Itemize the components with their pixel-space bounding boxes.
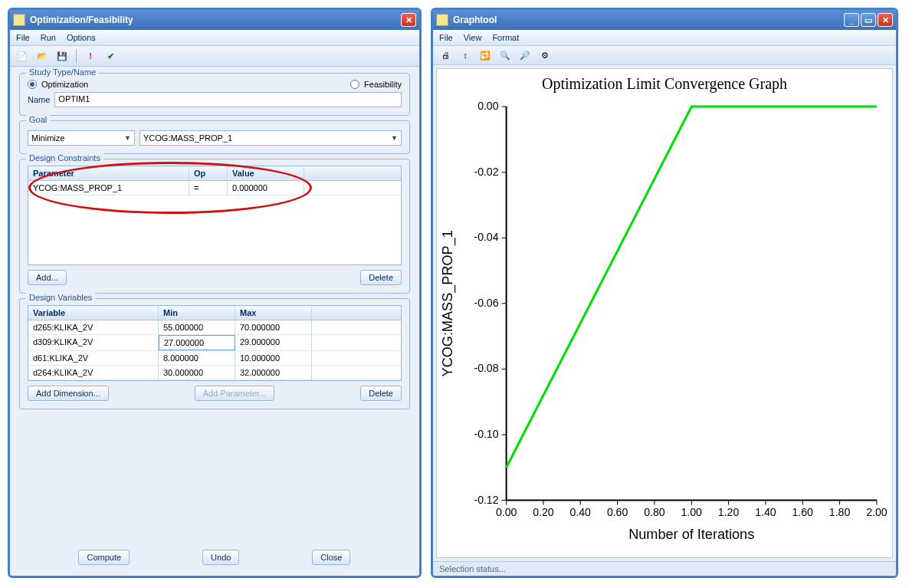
- svg-text:1.80: 1.80: [829, 506, 851, 518]
- variables-legend: Design Variables: [26, 293, 95, 302]
- close-button[interactable]: Close: [312, 550, 350, 565]
- zoom-in-icon[interactable]: 🔍: [499, 49, 511, 61]
- variable-row[interactable]: d264:KLIKA_2V 30.000000 32.000000: [28, 366, 401, 380]
- goal-fieldset: Goal Minimize▼ YCOG:MASS_PROP_1▼: [19, 120, 410, 154]
- svg-text:-0.08: -0.08: [474, 362, 498, 374]
- window-title: Graphtool: [453, 15, 842, 25]
- settings-icon[interactable]: ⚙: [539, 49, 551, 61]
- constraints-add-button[interactable]: Add...: [28, 270, 67, 285]
- svg-text:0.80: 0.80: [644, 506, 665, 518]
- variable-row[interactable]: d61:KLIKA_2V 8.000000 10.000000: [28, 351, 401, 366]
- study-legend: Study Type/Name: [26, 67, 99, 77]
- swap-icon[interactable]: ↕: [459, 49, 471, 61]
- constraints-legend: Design Constraints: [26, 153, 103, 163]
- radio-optimization[interactable]: Optimization: [28, 80, 88, 89]
- menu-run[interactable]: Run: [41, 33, 56, 42]
- svg-text:-0.10: -0.10: [474, 428, 498, 440]
- chart-body: 0.000.200.400.600.801.001.201.401.601.80…: [437, 96, 892, 557]
- radio-feasibility-label: Feasibility: [364, 80, 402, 89]
- status-bar: Selection status...: [433, 561, 896, 576]
- svg-text:YCOG:MASS_PROP_1: YCOG:MASS_PROP_1: [440, 230, 456, 376]
- close-icon[interactable]: ✕: [401, 13, 416, 27]
- zoom-fit-icon[interactable]: 🔎: [519, 49, 531, 61]
- print-icon[interactable]: 🖨: [439, 49, 451, 61]
- add-parameter-button[interactable]: Add Parameter...: [195, 386, 275, 401]
- svg-text:-0.04: -0.04: [474, 231, 498, 243]
- menubar: File View Format: [433, 30, 896, 46]
- col-variable: Variable: [28, 306, 159, 320]
- menu-file[interactable]: File: [16, 33, 30, 42]
- col-max: Max: [235, 306, 312, 320]
- app-icon: [436, 14, 448, 26]
- repeat-icon[interactable]: 🔁: [479, 49, 491, 61]
- constraints-table[interactable]: Parameter Op Value YCOG:MASS_PROP_1 = 0.…: [28, 166, 402, 265]
- svg-text:1.60: 1.60: [793, 506, 814, 518]
- save-icon[interactable]: 💾: [56, 50, 68, 62]
- variable-row[interactable]: d265:KLIKA_2V 55.000000 70.000000: [28, 320, 401, 335]
- svg-text:1.00: 1.00: [681, 506, 703, 518]
- new-icon[interactable]: 📄: [16, 50, 28, 62]
- alert-icon[interactable]: !: [84, 50, 97, 62]
- app-icon: [13, 14, 25, 26]
- goal-type-select[interactable]: Minimize▼: [28, 130, 135, 146]
- variable-row[interactable]: d309:KLIKA_2V 27.000000 29.000000: [28, 335, 401, 351]
- svg-text:1.20: 1.20: [718, 506, 740, 518]
- col-op: Op: [189, 166, 228, 180]
- close-icon[interactable]: ✕: [878, 13, 893, 27]
- menu-format[interactable]: Format: [492, 33, 519, 42]
- goal-param-select[interactable]: YCOG:MASS_PROP_1▼: [139, 130, 402, 146]
- menu-file[interactable]: File: [439, 33, 453, 42]
- col-parameter: Parameter: [28, 166, 189, 180]
- svg-text:0.20: 0.20: [533, 506, 554, 518]
- menubar: File Run Options: [10, 30, 419, 46]
- bottom-buttons: Compute Undo Close: [19, 545, 410, 570]
- maximize-icon[interactable]: ▭: [861, 13, 876, 27]
- name-label: Name: [28, 95, 50, 104]
- optimization-window: Optimization/Feasibility ✕ File Run Opti…: [8, 8, 422, 578]
- svg-text:0.00: 0.00: [496, 506, 517, 518]
- window-title: Optimization/Feasibility: [30, 15, 399, 25]
- col-min: Min: [159, 306, 235, 320]
- open-icon[interactable]: 📂: [36, 50, 48, 62]
- check-icon[interactable]: ✔: [104, 50, 116, 62]
- goal-legend: Goal: [26, 115, 50, 124]
- variables-delete-button[interactable]: Delete: [360, 386, 402, 401]
- constraints-fieldset: Design Constraints Parameter Op Value YC…: [19, 159, 410, 294]
- svg-text:2.00: 2.00: [866, 506, 888, 518]
- name-field[interactable]: OPTIM1: [54, 92, 402, 107]
- svg-text:0.60: 0.60: [607, 506, 628, 518]
- add-dimension-button[interactable]: Add Dimension...: [28, 386, 109, 401]
- svg-text:-0.02: -0.02: [474, 166, 498, 178]
- toolbar-sep: [76, 49, 77, 63]
- chart-area: Optimization Limit Convergence Graph 0.0…: [436, 68, 893, 558]
- variables-fieldset: Design Variables Variable Min Max d265:K…: [19, 298, 410, 409]
- svg-text:0.40: 0.40: [570, 506, 592, 518]
- svg-text:1.40: 1.40: [755, 506, 776, 518]
- svg-text:Number of Iterations: Number of Iterations: [628, 527, 754, 542]
- study-fieldset: Study Type/Name Optimization Feasibility…: [19, 73, 410, 116]
- titlebar: Graphtool _ ▭ ✕: [433, 10, 896, 30]
- constraint-row[interactable]: YCOG:MASS_PROP_1 = 0.000000: [28, 181, 401, 195]
- svg-text:0.00: 0.00: [477, 100, 499, 112]
- toolbar: 🖨 ↕ 🔁 🔍 🔎 ⚙: [433, 46, 896, 65]
- minimize-icon[interactable]: _: [844, 13, 859, 27]
- col-value: Value: [228, 166, 304, 180]
- titlebar: Optimization/Feasibility ✕: [10, 10, 419, 30]
- radio-feasibility[interactable]: Feasibility: [350, 80, 402, 89]
- variables-table[interactable]: Variable Min Max d265:KLIKA_2V 55.000000…: [28, 305, 402, 381]
- graphtool-window: Graphtool _ ▭ ✕ File View Format 🖨 ↕ 🔁 🔍…: [431, 8, 898, 578]
- chart-svg: 0.000.200.400.600.801.001.201.401.601.80…: [437, 96, 892, 557]
- content: Study Type/Name Optimization Feasibility…: [10, 67, 419, 576]
- menu-options[interactable]: Options: [67, 33, 96, 42]
- svg-text:-0.06: -0.06: [474, 297, 498, 309]
- constraints-delete-button[interactable]: Delete: [360, 270, 402, 285]
- toolbar: 📄 📂 💾 ! ✔: [10, 46, 419, 67]
- undo-button[interactable]: Undo: [202, 550, 239, 565]
- radio-optimization-label: Optimization: [41, 80, 88, 89]
- menu-view[interactable]: View: [464, 33, 482, 42]
- chart-title: Optimization Limit Convergence Graph: [437, 75, 892, 93]
- svg-text:-0.12: -0.12: [474, 494, 498, 506]
- compute-button[interactable]: Compute: [78, 550, 130, 565]
